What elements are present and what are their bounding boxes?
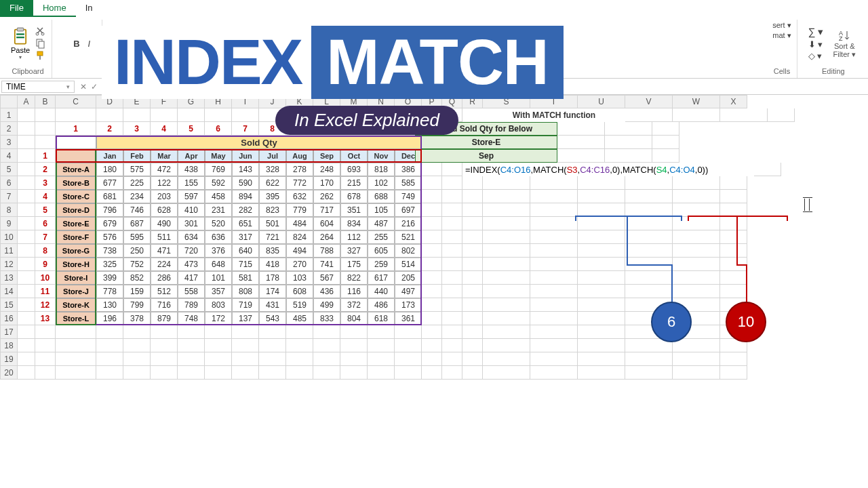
- row-header-9[interactable]: 9: [0, 217, 18, 230]
- tab-insert[interactable]: In: [76, 0, 102, 17]
- row-header-10[interactable]: 10: [0, 230, 18, 244]
- cut-icon[interactable]: [35, 26, 46, 37]
- row-header-12[interactable]: 12: [0, 258, 18, 271]
- row-header-11[interactable]: 11: [0, 244, 18, 258]
- row-header-6[interactable]: 6: [0, 176, 18, 190]
- sort-filter-button[interactable]: AZ Sort &Filter ▾: [831, 27, 859, 60]
- title-index: INDEX: [102, 26, 314, 99]
- select-all-corner[interactable]: [0, 95, 18, 108]
- paste-label: Paste: [11, 46, 30, 54]
- svg-rect-1: [17, 28, 23, 31]
- svg-rect-7: [39, 41, 44, 48]
- row-header-1[interactable]: 1: [0, 108, 18, 122]
- tutorial-title-overlay: INDEX MATCH: [102, 15, 787, 110]
- svg-rect-9: [39, 56, 41, 60]
- row-header-7[interactable]: 7: [0, 190, 18, 203]
- row-header-19[interactable]: 19: [0, 352, 18, 366]
- cancel-formula-icon[interactable]: ✕: [80, 82, 87, 92]
- svg-rect-8: [37, 52, 43, 56]
- row-header-3[interactable]: 3: [0, 136, 18, 149]
- svg-rect-3: [16, 37, 24, 38]
- name-box[interactable]: TIME ▾: [1, 81, 75, 93]
- format-painter-icon[interactable]: [35, 50, 46, 61]
- title-match: MATCH: [311, 26, 563, 99]
- col-header-C[interactable]: C: [56, 95, 96, 108]
- row-header-20[interactable]: 20: [0, 366, 18, 380]
- tab-file[interactable]: File: [0, 0, 33, 17]
- tab-home[interactable]: Home: [33, 0, 76, 17]
- group-clipboard: Paste ▾ Clipboard: [4, 20, 52, 78]
- copy-icon[interactable]: [35, 38, 46, 49]
- col-header-A[interactable]: A: [18, 95, 35, 108]
- row-header-5[interactable]: 5: [0, 163, 18, 176]
- row-header-4[interactable]: 4: [0, 149, 18, 163]
- tutorial-subtitle: In Excel Explained: [275, 106, 458, 135]
- bold-button[interactable]: B: [71, 37, 82, 50]
- paste-button[interactable]: Paste ▾: [9, 26, 31, 62]
- row-header-15[interactable]: 15: [0, 298, 18, 312]
- result-circle-red: 10: [726, 302, 766, 342]
- clear-icon[interactable]: ◇ ▾: [808, 51, 824, 61]
- row-header-8[interactable]: 8: [0, 203, 18, 217]
- row-header-16[interactable]: 16: [0, 312, 18, 325]
- row-header-18[interactable]: 18: [0, 339, 18, 352]
- autosum-icon[interactable]: ∑ ▾: [808, 26, 824, 38]
- group-editing: ∑ ▾ ⬇ ▾ ◇ ▾ AZ Sort &Filter ▾ Editing: [803, 20, 864, 78]
- row-header-2[interactable]: 2: [0, 122, 18, 136]
- clipboard-label: Clipboard: [12, 66, 44, 77]
- group-font: B I: [62, 20, 102, 78]
- row-header-17[interactable]: 17: [0, 325, 18, 339]
- text-cursor-icon: [804, 199, 810, 211]
- enter-formula-icon[interactable]: ✓: [91, 82, 98, 92]
- fill-icon[interactable]: ⬇ ▾: [808, 39, 824, 49]
- name-box-value: TIME: [6, 82, 26, 92]
- italic-button[interactable]: I: [85, 37, 94, 50]
- row-header-13[interactable]: 13: [0, 271, 18, 285]
- row-header-14[interactable]: 14: [0, 285, 18, 298]
- result-circle-blue: 6: [651, 302, 692, 342]
- svg-rect-2: [16, 33, 24, 35]
- svg-text:Z: Z: [839, 35, 843, 42]
- editing-group-label: Editing: [822, 66, 845, 77]
- col-header-B[interactable]: B: [35, 95, 56, 108]
- row-headers: 1234567891011121314151617181920: [0, 108, 18, 380]
